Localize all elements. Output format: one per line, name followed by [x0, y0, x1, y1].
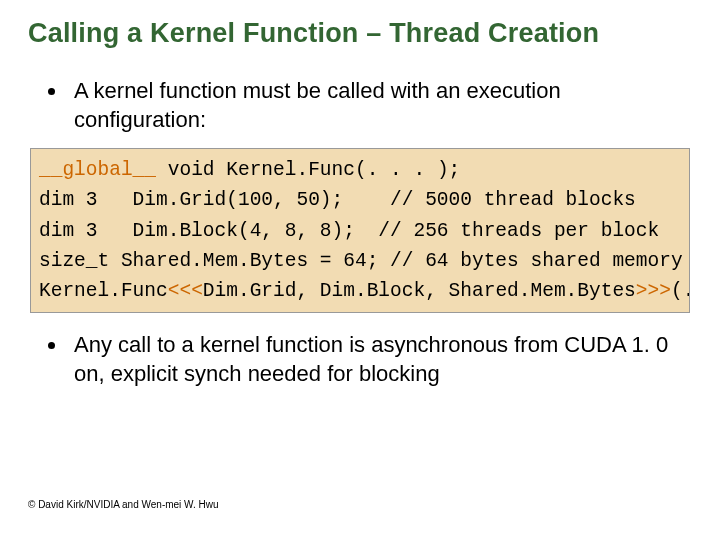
- bullet-1: A kernel function must be called with an…: [68, 77, 692, 134]
- code-line-5-pre: Kernel.Func: [39, 280, 168, 302]
- code-chevron-close: >>>: [636, 280, 671, 302]
- bullet-2: Any call to a kernel function is asynchr…: [68, 331, 692, 388]
- slide: Calling a Kernel Function – Thread Creat…: [0, 0, 720, 540]
- code-line-4: size_t Shared.Mem.Bytes = 64; // 64 byte…: [39, 250, 683, 272]
- code-chevron-open: <<<: [168, 280, 203, 302]
- code-line-1-rest: void Kernel.Func(. . . );: [156, 159, 460, 181]
- code-line-5-args: Dim.Grid, Dim.Block, Shared.Mem.Bytes: [203, 280, 636, 302]
- bullet-list-top: A kernel function must be called with an…: [28, 77, 692, 134]
- bullet-list-bottom: Any call to a kernel function is asynchr…: [28, 331, 692, 388]
- code-line-5-post: (. . . );: [671, 280, 690, 302]
- code-line-2: dim 3 Dim.Grid(100, 50); // 5000 thread …: [39, 189, 636, 211]
- slide-title: Calling a Kernel Function – Thread Creat…: [28, 18, 692, 49]
- copyright-footer: © David Kirk/NVIDIA and Wen-mei W. Hwu: [28, 499, 219, 510]
- code-keyword-global: __global__: [39, 159, 156, 181]
- code-line-3: dim 3 Dim.Block(4, 8, 8); // 256 threads…: [39, 220, 659, 242]
- code-block: __global__ void Kernel.Func(. . . ); dim…: [30, 148, 690, 313]
